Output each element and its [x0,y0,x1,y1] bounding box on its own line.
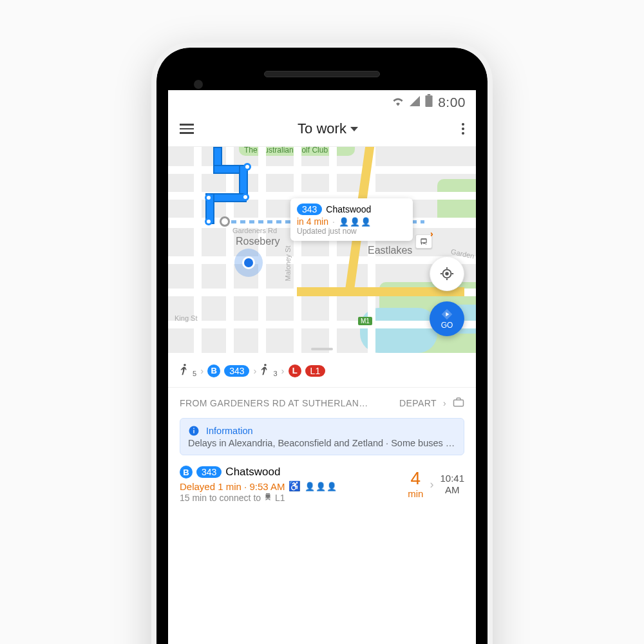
chevron-right-icon: › [200,365,204,376]
transit-callout[interactable]: 343 Chatswood in 4 min · 👤👤👤 Updated jus… [290,198,413,241]
walk-icon [260,363,269,378]
svg-rect-1 [428,94,430,95]
svg-point-5 [265,364,267,366]
route-pill: L1 [305,365,326,377]
delay-text: Delayed 1 min · 9:53 AM [180,481,285,492]
svg-rect-0 [426,95,433,107]
menu-icon[interactable] [180,124,194,134]
sheet-handle[interactable] [311,348,333,350]
occupancy-icon: 👤👤👤 [339,217,371,227]
phone-side-button [491,305,493,402]
motorway-badge: M1 [358,317,372,325]
street-label: King St [175,314,197,322]
phone-side-button [491,228,493,286]
cell-signal-icon [410,95,420,109]
info-body: Delays in Alexandria, Beaconsfield and Z… [188,438,456,448]
connect-line: L1 [275,493,285,503]
battery-icon [425,94,433,110]
depart-label: DEPART [399,398,437,408]
chevron-right-icon: › [253,365,256,376]
phone-camera [194,80,203,89]
from-depart-row[interactable]: FROM GARDENERS RD AT SUTHERLAN… DEPART › [180,388,464,418]
route-steps: 5 › B 343 › 3 › L L1 [180,361,464,387]
status-clock: 8:00 [438,95,466,110]
bus-mode-icon: B [207,365,220,377]
go-button[interactable]: GO [430,301,464,336]
svg-point-4 [184,364,186,366]
map-view[interactable]: The Australian Golf Club [168,147,476,353]
route-transfer-point [220,216,230,227]
svg-rect-6 [454,400,464,406]
svg-point-3 [445,272,449,276]
locate-me-button[interactable] [430,256,464,291]
walk-icon [180,363,189,378]
app-screen: 8:00 To work The Australian Golf Club [168,90,476,644]
route-pill: 343 [196,466,222,478]
next-departure: 10:41 AM [440,473,464,496]
my-location-dot [242,256,255,269]
app-bar: To work [168,114,476,147]
route-pill: 343 [224,365,249,377]
svg-rect-9 [193,428,194,430]
occupancy-icon: 👤👤👤 [305,482,337,491]
chevron-right-icon: › [430,478,433,491]
chevron-right-icon: › [281,365,285,376]
bus-live-marker[interactable] [415,234,432,249]
street-label: Maloney St [284,245,292,281]
destination-dropdown[interactable]: To work [298,120,358,137]
suburb-label: Eastlakes [368,245,412,256]
suburb-label: Rosebery [236,236,279,247]
street-label: Gardeners Rd [232,227,277,234]
phone-speaker [264,71,380,77]
departure-dest: Chatswood [225,466,280,478]
go-label: GO [441,321,453,330]
phone-frame: 8:00 To work The Australian Golf Club [151,43,493,644]
wifi-icon [392,95,404,109]
info-title: Information [206,426,253,436]
destination-title: To work [298,120,346,137]
status-bar: 8:00 [168,90,476,114]
connect-text: 15 min to connect to [180,493,261,503]
departure-row[interactable]: B 343 Chatswood Delayed 1 min · 9:53 AM … [180,466,464,509]
bus-mode-icon: B [180,466,193,478]
svg-rect-8 [193,430,194,433]
callout-eta: in 4 min [297,216,328,227]
info-banner[interactable]: Information Delays in Alexandria, Beacon… [180,418,464,455]
callout-dest: Chatswood [326,204,371,214]
directions-sheet: 5 › B 343 › 3 › L L1 FROM GARDENERS RD A… [168,353,476,644]
route-pill: 343 [297,204,322,215]
tram-icon [264,492,272,503]
accessibility-icon: ♿ [289,480,301,492]
chevron-right-icon: › [443,398,446,408]
briefcase-icon [453,397,464,409]
countdown: 4 min [408,469,423,499]
lightrail-mode-icon: L [289,365,301,377]
park-label: The Australian Golf Club [244,147,328,155]
from-stop-label: FROM GARDENERS RD AT SUTHERLAN… [180,398,399,408]
more-icon[interactable] [462,123,464,135]
callout-updated: Updated just now [297,227,406,236]
chevron-down-icon [350,127,358,131]
